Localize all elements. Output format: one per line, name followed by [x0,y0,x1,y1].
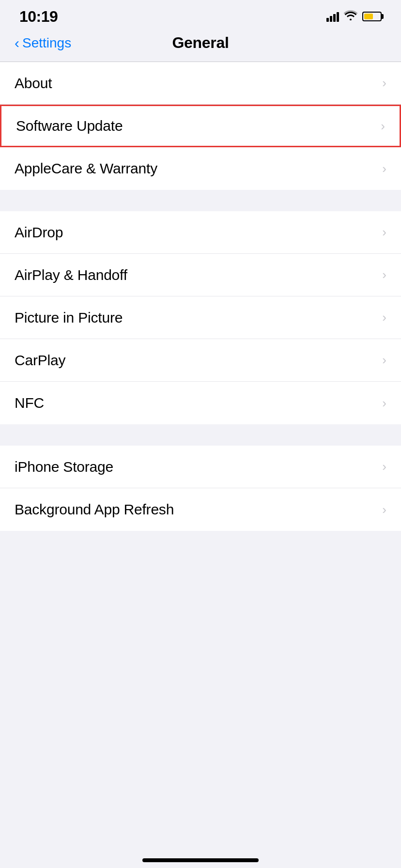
airdrop-label: AirDrop [15,224,63,241]
background-app-refresh-chevron-icon: › [382,502,386,517]
section-separator-1 [0,190,401,211]
iphone-storage-chevron-icon: › [382,459,386,474]
section-group-3: iPhone Storage › Background App Refresh … [0,446,401,531]
page-title: General [172,34,229,52]
list-container-3: iPhone Storage › Background App Refresh … [0,446,401,531]
section-separator-2 [0,424,401,446]
list-item-background-app-refresh[interactable]: Background App Refresh › [0,488,401,531]
home-indicator [142,858,259,862]
airplay-handoff-chevron-icon: › [382,267,386,282]
back-button[interactable]: ‹ Settings [15,35,71,51]
list-item-software-update[interactable]: Software Update › [0,105,401,147]
list-item-about[interactable]: About › [0,62,401,105]
list-item-applecare[interactable]: AppleCare & Warranty › [0,147,401,190]
signal-icon [326,11,339,22]
status-time: 10:19 [19,8,58,26]
list-item-picture-in-picture[interactable]: Picture in Picture › [0,296,401,339]
applecare-label: AppleCare & Warranty [15,160,157,177]
carplay-chevron-icon: › [382,353,386,368]
list-item-airplay-handoff[interactable]: AirPlay & Handoff › [0,254,401,296]
list-container-1: About › Software Update › AppleCare & Wa… [0,62,401,190]
applecare-chevron-icon: › [382,161,386,176]
back-label[interactable]: Settings [22,35,71,51]
section-group-2: AirDrop › AirPlay & Handoff › Picture in… [0,211,401,424]
about-chevron-icon: › [382,76,386,91]
wifi-icon [344,10,357,23]
back-chevron-icon: ‹ [15,36,19,50]
nfc-chevron-icon: › [382,396,386,411]
battery-icon [362,12,382,21]
picture-in-picture-label: Picture in Picture [15,310,123,326]
software-update-label: Software Update [16,118,123,134]
list-item-airdrop[interactable]: AirDrop › [0,211,401,254]
carplay-label: CarPlay [15,352,65,369]
nav-bar: ‹ Settings General [0,29,401,62]
list-item-nfc[interactable]: NFC › [0,382,401,424]
list-container-2: AirDrop › AirPlay & Handoff › Picture in… [0,211,401,424]
software-update-chevron-icon: › [381,119,385,134]
picture-in-picture-chevron-icon: › [382,310,386,325]
status-bar: 10:19 [0,0,401,29]
airdrop-chevron-icon: › [382,225,386,240]
about-label: About [15,75,52,92]
background-app-refresh-label: Background App Refresh [15,501,174,518]
status-icons [326,10,382,23]
airplay-handoff-label: AirPlay & Handoff [15,267,127,283]
iphone-storage-label: iPhone Storage [15,459,113,475]
list-item-carplay[interactable]: CarPlay › [0,339,401,382]
nfc-label: NFC [15,395,44,411]
section-group-1: About › Software Update › AppleCare & Wa… [0,62,401,190]
list-item-iphone-storage[interactable]: iPhone Storage › [0,446,401,488]
